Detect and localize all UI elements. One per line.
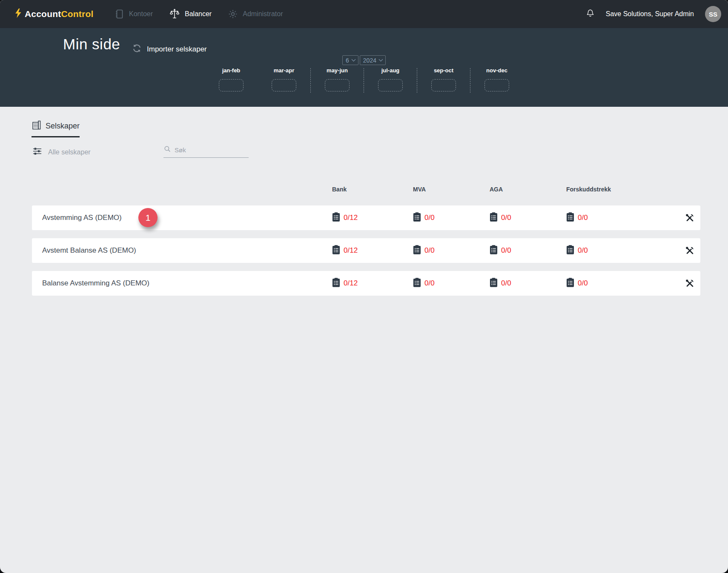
term-select-value: 6 [346, 57, 349, 64]
building-icon [32, 120, 42, 132]
period-label: nov-dec [486, 67, 507, 74]
status-cell-bank[interactable]: 0/12 [332, 245, 358, 257]
import-companies-label: Importer selskaper [147, 45, 207, 54]
column-header-mva: MVA [413, 186, 426, 193]
period-item-may-jun: may-jun [311, 67, 364, 91]
table-row[interactable]: Balanse Avstemming AS (DEMO) [32, 271, 700, 296]
status-count: 0/0 [501, 279, 511, 288]
annotation-badge: 1 [138, 208, 158, 227]
column-header-bank: Bank [332, 186, 347, 193]
user-area: Save Solutions, Super Admin SS [586, 0, 721, 28]
main-nav: Kontoer Balancer [114, 0, 283, 28]
period-checkbox-mar-apr[interactable] [272, 79, 296, 91]
period-checkbox-nov-dec[interactable] [484, 79, 509, 91]
company-table: Avstemming AS (DEMO) 1 [32, 205, 700, 304]
year-select[interactable]: 2024 [360, 55, 386, 65]
clipboard-icon [332, 212, 340, 224]
status-cell-bank[interactable]: 0/12 [332, 277, 358, 289]
company-filter[interactable]: Alle selskaper [32, 146, 91, 158]
clipboard-icon [332, 245, 340, 257]
tab-selskaper[interactable]: Selskaper [32, 120, 80, 137]
nav-item-balancer[interactable]: Balancer [169, 9, 212, 20]
period-label: jul-aug [381, 67, 400, 74]
company-name-link[interactable]: Avstemming AS (DEMO) [42, 214, 122, 222]
period-item-mar-apr: mar-apr [258, 67, 310, 91]
clipboard-icon [332, 277, 340, 289]
period-label: may-jun [327, 67, 348, 74]
status-cell-forskuddstrekk[interactable]: 0/0 [566, 212, 588, 224]
period-item-jul-aug: jul-aug [364, 67, 417, 91]
sliders-icon [32, 146, 42, 158]
status-count: 0/0 [578, 214, 588, 222]
status-cell-mva[interactable]: 0/0 [413, 277, 435, 289]
status-count: 0/0 [501, 214, 511, 222]
status-cell-mva[interactable]: 0/0 [413, 212, 435, 224]
table-row[interactable]: Avstemming AS (DEMO) 1 [32, 205, 700, 230]
gear-icon [228, 9, 238, 19]
period-checkbox-jan-feb[interactable] [219, 79, 244, 91]
logo-text-account: Account [25, 9, 61, 19]
period-label: sep-oct [434, 67, 453, 74]
import-companies-button[interactable]: Importer selskaper [132, 43, 207, 55]
period-checkbox-sep-oct[interactable] [431, 79, 456, 91]
period-item-sep-oct: sep-oct [417, 67, 470, 91]
company-name-link[interactable]: Avstemt Balanse AS (DEMO) [42, 246, 136, 255]
status-cell-bank[interactable]: 0/12 [332, 212, 358, 224]
status-cell-aga[interactable]: 0/0 [490, 277, 511, 289]
table-row[interactable]: Avstemt Balanse AS (DEMO) [32, 238, 700, 263]
scales-icon [169, 9, 180, 20]
row-tools-button[interactable] [685, 213, 695, 223]
year-select-value: 2024 [363, 57, 376, 64]
status-count: 0/12 [344, 279, 358, 288]
nav-item-administrator[interactable]: Administrator [228, 9, 283, 19]
period-selectors: 6 2024 [0, 55, 728, 65]
status-cell-forskuddstrekk[interactable]: 0/0 [566, 245, 588, 257]
nav-item-kontoer[interactable]: Kontoer [114, 9, 153, 19]
period-item-nov-dec: nov-dec [470, 67, 523, 91]
clipboard-icon [566, 245, 574, 257]
sub-header: Min side Importer selskaper 6 [0, 28, 728, 107]
clipboard-icon [413, 277, 421, 289]
table-header-row: BankMVAAGAForskuddstrekk [32, 186, 700, 194]
refresh-icon [132, 43, 142, 55]
search-box [163, 145, 249, 158]
period-strip: jan-feb mar-apr may-jun jul-aug sep-oct … [205, 67, 523, 93]
column-header-aga: AGA [490, 186, 503, 193]
app-logo: AccountControl [14, 0, 93, 28]
status-cell-aga[interactable]: 0/0 [490, 245, 511, 257]
period-label: jan-feb [222, 67, 241, 74]
row-tools-button[interactable] [685, 245, 695, 256]
search-input[interactable] [174, 146, 249, 154]
logo-text-control: Control [61, 9, 93, 19]
clipboard-icon [490, 212, 498, 224]
clipboard-icon [490, 277, 498, 289]
ledger-icon [114, 9, 124, 19]
status-cell-aga[interactable]: 0/0 [490, 212, 511, 224]
clipboard-icon [566, 277, 574, 289]
page-title: Min side [63, 36, 120, 53]
bell-icon[interactable] [586, 8, 595, 20]
user-name[interactable]: Save Solutions, Super Admin [606, 10, 694, 18]
status-cell-forskuddstrekk[interactable]: 0/0 [566, 277, 588, 289]
status-cell-mva[interactable]: 0/0 [413, 245, 435, 257]
status-count: 0/12 [344, 246, 358, 255]
status-count: 0/0 [501, 246, 511, 255]
app-window: AccountControl Kontoer [0, 0, 728, 573]
period-checkbox-may-jun[interactable] [325, 79, 350, 91]
avatar[interactable]: SS [705, 6, 721, 22]
company-filter-label: Alle selskaper [48, 148, 91, 156]
status-count: 0/0 [424, 246, 435, 255]
period-checkbox-jul-aug[interactable] [378, 79, 403, 91]
status-count: 0/12 [344, 214, 358, 222]
row-tools-button[interactable] [685, 278, 695, 288]
status-count: 0/0 [578, 279, 588, 288]
clipboard-icon [413, 245, 421, 257]
nav-label: Kontoer [129, 10, 153, 18]
column-header-forskuddstrekk: Forskuddstrekk [566, 186, 611, 193]
company-name-link[interactable]: Balanse Avstemming AS (DEMO) [42, 279, 149, 288]
period-label: mar-apr [274, 67, 294, 74]
status-count: 0/0 [424, 214, 435, 222]
term-select[interactable]: 6 [342, 55, 358, 65]
clipboard-icon [566, 212, 574, 224]
status-count: 0/0 [424, 279, 435, 288]
